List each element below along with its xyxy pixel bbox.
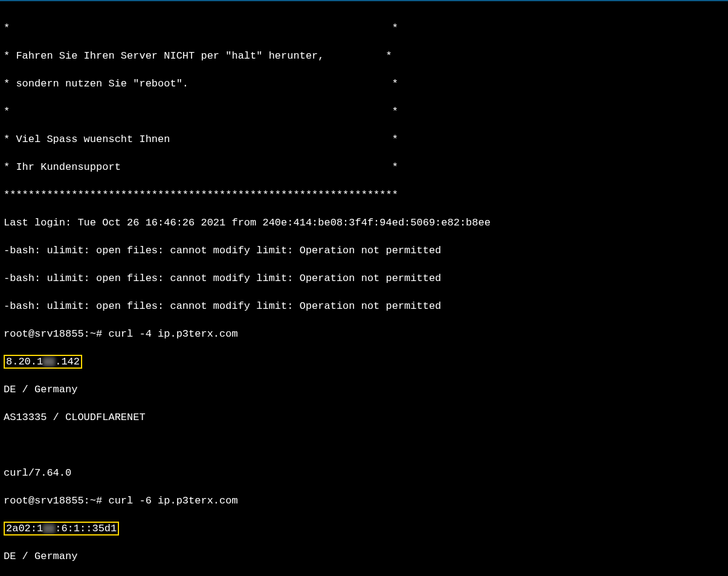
ipv4-asn: AS13335 / CLOUDFLARENET — [4, 410, 724, 424]
motd-line: * Ihr Kundensupport * — [4, 160, 724, 174]
curl-ua: curl/7.64.0 — [4, 466, 724, 480]
motd-line: * Fahren Sie Ihren Server NICHT per "hal… — [4, 49, 724, 63]
ipv4-part1: 8.20.1 — [6, 356, 43, 367]
bash-error: -bash: ulimit: open files: cannot modify… — [4, 299, 724, 313]
motd-line: * Viel Spass wuenscht Ihnen * — [4, 132, 724, 146]
command-curl4: curl -4 ip.p3terx.com — [108, 328, 237, 340]
bash-error: -bash: ulimit: open files: cannot modify… — [4, 244, 724, 257]
last-login: Last login: Tue Oct 26 16:46:26 2021 fro… — [4, 216, 724, 230]
ipv6-part1: 2a02:1 — [6, 523, 43, 534]
redacted-ip — [43, 357, 55, 366]
terminal[interactable]: * * * Fahren Sie Ihren Server NICHT per … — [0, 0, 728, 576]
command-curl6: curl -6 ip.p3terx.com — [108, 495, 237, 506]
bash-error: -bash: ulimit: open files: cannot modify… — [4, 271, 724, 285]
prompt: root@srv18855:~# — [4, 495, 108, 506]
prompt: root@srv18855:~# — [4, 328, 108, 340]
motd-line: * sondern nutzen Sie "reboot". * — [4, 77, 724, 91]
ipv4-output: 8.20.1.142 — [4, 355, 724, 369]
ipv6-output: 2a02:1:6:1::35d1 — [4, 522, 724, 536]
highlight-box: 8.20.1.142 — [4, 355, 82, 369]
ipv4-location: DE / Germany — [4, 383, 724, 396]
motd-line: * * — [4, 21, 724, 35]
motd-line: ****************************************… — [4, 188, 724, 202]
ipv6-location: DE / Germany — [4, 549, 724, 563]
motd-line: * * — [4, 105, 724, 118]
ipv4-part2: .142 — [55, 356, 80, 367]
prompt-line: root@srv18855:~# curl -4 ip.p3terx.com — [4, 327, 724, 341]
ipv6-part2: :6:1::35d1 — [55, 523, 117, 534]
blank-line — [4, 438, 724, 452]
prompt-line: root@srv18855:~# curl -6 ip.p3terx.com — [4, 494, 724, 508]
redacted-ip — [43, 524, 55, 533]
highlight-box: 2a02:1:6:1::35d1 — [4, 522, 119, 536]
